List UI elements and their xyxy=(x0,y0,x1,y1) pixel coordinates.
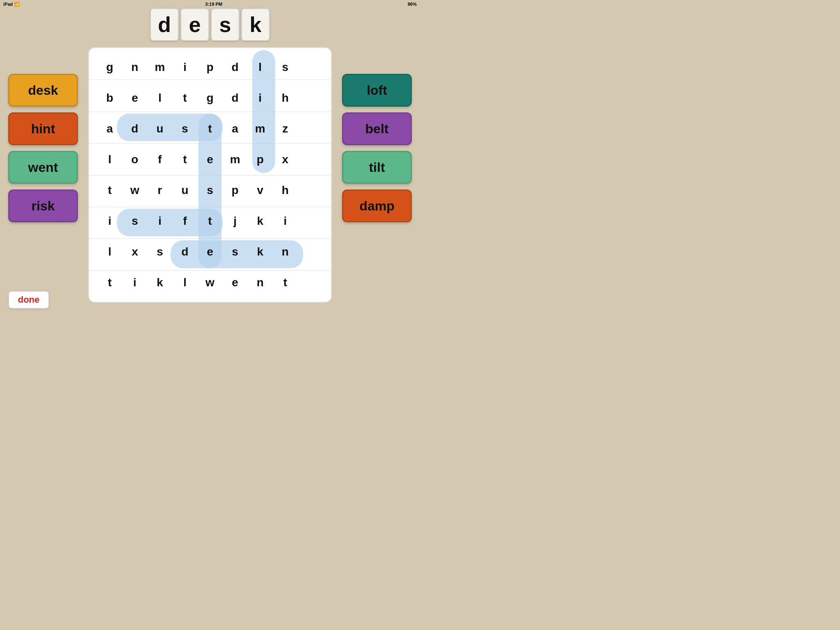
grid-cell[interactable]: s xyxy=(122,205,147,236)
grid-cell[interactable]: m xyxy=(248,114,273,144)
grid-cell[interactable]: i xyxy=(97,205,122,236)
grid-cell[interactable] xyxy=(298,236,323,267)
grid-cell[interactable]: t xyxy=(172,83,197,114)
grid-cell[interactable]: n xyxy=(248,267,273,298)
grid-cell[interactable]: t xyxy=(172,144,197,175)
grid-cell[interactable] xyxy=(298,175,323,206)
grid-cell[interactable]: x xyxy=(122,236,147,267)
grid-cell[interactable]: d xyxy=(122,114,147,144)
device-name: iPad 📶 xyxy=(3,2,20,7)
time: 3:19 PM xyxy=(205,2,222,7)
grid-cell[interactable]: k xyxy=(147,267,172,298)
grid-cell[interactable]: i xyxy=(122,267,147,298)
right-word-buttons: loft belt tilt damp xyxy=(342,74,412,222)
grid-cell[interactable]: s xyxy=(197,175,222,206)
grid-cell[interactable]: s xyxy=(147,236,172,267)
word-btn-tilt[interactable]: tilt xyxy=(342,151,412,184)
grid-cell[interactable]: m xyxy=(223,144,248,175)
grid-cell[interactable]: d xyxy=(223,83,248,114)
grid-cell[interactable] xyxy=(298,83,323,114)
grid-cell[interactable]: l xyxy=(147,83,172,114)
word-btn-damp[interactable]: damp xyxy=(342,189,412,222)
target-letter-d: d xyxy=(150,8,179,41)
grid-cell[interactable] xyxy=(298,205,323,236)
grid-cell[interactable]: s xyxy=(273,52,298,83)
target-word: d e s k xyxy=(150,8,270,41)
grid-cell[interactable] xyxy=(298,52,323,83)
word-btn-belt[interactable]: belt xyxy=(342,112,412,145)
grid-cell[interactable]: d xyxy=(223,52,248,83)
grid-cell[interactable]: r xyxy=(147,175,172,206)
grid-cell[interactable]: t xyxy=(197,114,222,144)
target-letter-k: k xyxy=(241,8,270,41)
grid-cell[interactable]: o xyxy=(122,144,147,175)
grid-cell[interactable]: t xyxy=(197,205,222,236)
grid-cell[interactable]: i xyxy=(273,205,298,236)
grid-cell[interactable]: e xyxy=(122,83,147,114)
grid-cell[interactable]: l xyxy=(97,144,122,175)
grid-cell[interactable]: t xyxy=(97,175,122,206)
grid-cell[interactable]: i xyxy=(248,83,273,114)
grid-cell[interactable]: z xyxy=(273,114,298,144)
grid-cell[interactable]: e xyxy=(197,144,222,175)
grid-cell[interactable]: l xyxy=(97,236,122,267)
grid-cell[interactable]: h xyxy=(273,83,298,114)
word-btn-hint[interactable]: hint xyxy=(8,112,78,145)
grid-cell[interactable]: e xyxy=(197,236,222,267)
letter-grid[interactable]: gnmipdlsbeltgdihadustamzloftempxtwruspvh… xyxy=(97,52,323,298)
grid-cell[interactable]: n xyxy=(273,236,298,267)
grid-cell[interactable] xyxy=(298,267,323,298)
grid-cell[interactable]: w xyxy=(122,175,147,206)
word-search-grid[interactable]: gnmipdlsbeltgdihadustamzloftempxtwruspvh… xyxy=(88,47,332,303)
word-btn-went[interactable]: went xyxy=(8,151,78,184)
word-btn-loft[interactable]: loft xyxy=(342,74,412,107)
grid-cell[interactable]: v xyxy=(248,175,273,206)
grid-cell[interactable]: i xyxy=(147,205,172,236)
status-bar: iPad 📶 3:19 PM 86% xyxy=(0,0,420,8)
grid-cell[interactable]: a xyxy=(97,114,122,144)
grid-cell[interactable]: p xyxy=(223,175,248,206)
grid-cell[interactable]: f xyxy=(172,205,197,236)
grid-cell[interactable]: p xyxy=(248,144,273,175)
done-button[interactable]: done xyxy=(8,291,49,309)
grid-cell[interactable]: t xyxy=(273,267,298,298)
grid-cell[interactable]: e xyxy=(223,267,248,298)
grid-cell[interactable]: k xyxy=(248,205,273,236)
battery: 86% xyxy=(408,2,417,7)
target-letter-s: s xyxy=(211,8,240,41)
grid-cell[interactable]: n xyxy=(122,52,147,83)
grid-cell[interactable]: d xyxy=(172,236,197,267)
grid-cell[interactable]: h xyxy=(273,175,298,206)
grid-cell[interactable]: f xyxy=(147,144,172,175)
grid-cell[interactable]: k xyxy=(248,236,273,267)
grid-cell[interactable]: s xyxy=(172,114,197,144)
grid-cell[interactable]: m xyxy=(147,52,172,83)
grid-cell[interactable]: w xyxy=(197,267,222,298)
grid-cell[interactable]: i xyxy=(172,52,197,83)
grid-cell[interactable]: x xyxy=(273,144,298,175)
grid-cell[interactable]: g xyxy=(197,83,222,114)
grid-cell[interactable]: u xyxy=(172,175,197,206)
left-word-buttons: desk hint went risk xyxy=(8,74,78,222)
grid-cell[interactable] xyxy=(298,114,323,144)
target-letter-e: e xyxy=(180,8,209,41)
grid-cell[interactable] xyxy=(298,144,323,175)
grid-cell[interactable]: g xyxy=(97,52,122,83)
grid-cell[interactable]: p xyxy=(197,52,222,83)
grid-cell[interactable]: t xyxy=(97,267,122,298)
grid-cell[interactable]: s xyxy=(223,236,248,267)
grid-cell[interactable]: l xyxy=(172,267,197,298)
grid-cell[interactable]: l xyxy=(248,52,273,83)
grid-cell[interactable]: u xyxy=(147,114,172,144)
grid-cell[interactable]: b xyxy=(97,83,122,114)
word-btn-desk[interactable]: desk xyxy=(8,74,78,107)
word-btn-risk[interactable]: risk xyxy=(8,189,78,222)
grid-cell[interactable]: j xyxy=(223,205,248,236)
grid-cell[interactable]: a xyxy=(223,114,248,144)
